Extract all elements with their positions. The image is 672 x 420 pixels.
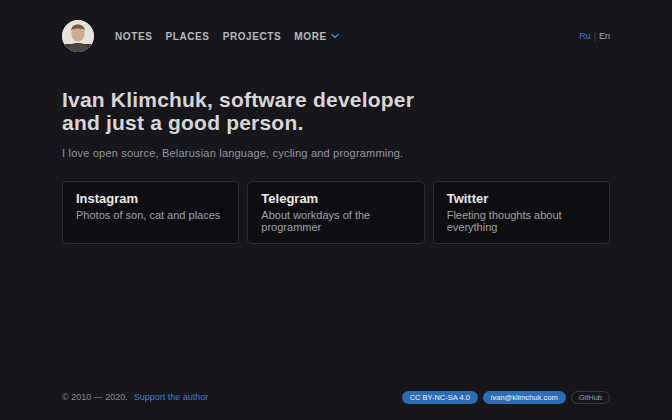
lang-ru-link[interactable]: Ru xyxy=(579,31,591,41)
footer: © 2010 — 2020. Support the author CC BY-… xyxy=(62,391,610,405)
support-author-link[interactable]: Support the author xyxy=(134,392,209,402)
lang-separator: | xyxy=(594,31,596,41)
card-telegram[interactable]: Telegram About workdays of the programme… xyxy=(247,181,424,244)
main-nav: NOTES PLACES PROJECTS MORE xyxy=(102,31,339,42)
nav-item-projects[interactable]: PROJECTS xyxy=(223,31,282,42)
page-title-line1: Ivan Klimchuk, software developer xyxy=(62,88,414,111)
card-description: Photos of son, cat and places xyxy=(76,209,225,221)
language-switcher: Ru | En xyxy=(579,31,610,41)
card-description: Fleeting thoughts about everything xyxy=(447,209,596,233)
card-description: About workdays of the programmer xyxy=(261,209,410,233)
card-instagram[interactable]: Instagram Photos of son, cat and places xyxy=(62,181,239,244)
card-title: Telegram xyxy=(261,191,410,206)
copyright-text: © 2010 — 2020. xyxy=(62,392,128,402)
user-photo-icon xyxy=(62,20,94,52)
page-title: Ivan Klimchuk, software developer and ju… xyxy=(62,88,610,134)
chevron-down-icon xyxy=(331,33,339,39)
nav-item-more[interactable]: MORE xyxy=(294,31,338,42)
footer-badges: CC BY-NC-SA 4.0 ivan@klimchuk.com GitHub xyxy=(402,391,610,405)
card-twitter[interactable]: Twitter Fleeting thoughts about everythi… xyxy=(433,181,610,244)
nav-more-label: MORE xyxy=(294,31,326,42)
card-title: Instagram xyxy=(76,191,225,206)
avatar[interactable] xyxy=(62,20,94,52)
nav-item-places[interactable]: PLACES xyxy=(165,31,209,42)
header: NOTES PLACES PROJECTS MORE Ru | En xyxy=(62,0,610,52)
hero-section: Ivan Klimchuk, software developer and ju… xyxy=(62,88,610,159)
license-badge[interactable]: CC BY-NC-SA 4.0 xyxy=(402,391,478,405)
email-badge[interactable]: ivan@klimchuk.com xyxy=(483,391,566,405)
card-title: Twitter xyxy=(447,191,596,206)
page-subtitle: I love open source, Belarusian language,… xyxy=(62,147,610,159)
page-title-line2: and just a good person. xyxy=(62,111,303,134)
github-badge[interactable]: GitHub xyxy=(571,391,610,405)
lang-en-link[interactable]: En xyxy=(599,31,610,41)
social-cards: Instagram Photos of son, cat and places … xyxy=(62,181,610,244)
nav-item-notes[interactable]: NOTES xyxy=(115,31,152,42)
